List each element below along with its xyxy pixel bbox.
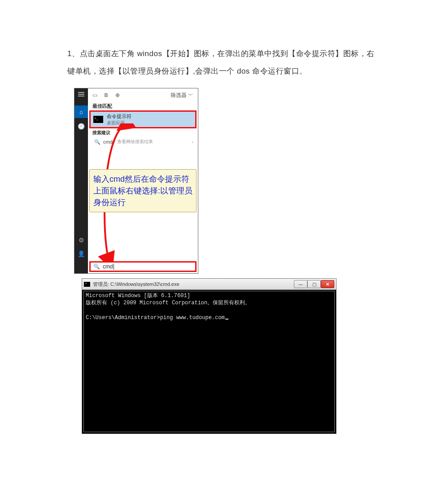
instruction-text: 1、点击桌面左下角 windos【开始】图标，在弹出的菜单中找到【命令提示符】图… — [67, 45, 375, 80]
tab-docs-icon[interactable]: 🗎 — [104, 92, 109, 98]
home-icon[interactable]: ⌂ — [74, 105, 88, 118]
result-text: 命令提示符 桌面应用 — [107, 113, 131, 126]
window-title: 管理员: C:\Windows\system32\cmd.exe — [93, 281, 179, 288]
figure-cmd-window: 管理员: C:\Windows\system32\cmd.exe — ▢ ✕ M… — [82, 278, 337, 434]
search-input[interactable]: 🔍 cmd — [89, 261, 197, 272]
filter-label: 筛选器 — [170, 92, 187, 98]
search-icon: 🔍 — [94, 139, 101, 145]
search-text: cmd — [103, 263, 113, 270]
terminal-cursor — [225, 319, 228, 320]
minimize-button[interactable]: — — [294, 280, 307, 288]
tab-apps-icon[interactable]: ▭ — [92, 92, 97, 98]
text-caret — [114, 264, 114, 270]
maximize-button[interactable]: ▢ — [307, 280, 321, 288]
chevron-right-icon: › — [192, 139, 193, 145]
typed-command: ping www.tudoupe.com — [160, 315, 225, 321]
suggestion-text: cmd — [103, 139, 113, 145]
search-icon: 🔍 — [93, 263, 100, 270]
cmd-icon — [93, 116, 103, 123]
hamburger-icon[interactable] — [74, 88, 88, 100]
result-command-prompt[interactable]: 命令提示符 桌面应用 — [89, 110, 197, 128]
titlebar: 管理员: C:\Windows\system32\cmd.exe — ▢ ✕ — [82, 279, 336, 290]
close-button[interactable]: ✕ — [321, 280, 334, 288]
line2: 版权所有 (c) 2009 Microsoft Corporation。保留所有… — [86, 300, 250, 306]
suggestion-row[interactable]: 🔍 cmd - 查看网络搜索结果 › — [88, 136, 198, 145]
filter-dropdown[interactable]: 筛选器 ﹀ — [170, 92, 193, 99]
result-subtitle: 桌面应用 — [107, 120, 131, 126]
figure-start-menu: ⌂ 🕘 ⚙ 👤 ▭ 🗎 ⊕ 筛选器 ﹀ 最佳匹配 命令提示符 桌面应用 — [74, 88, 198, 274]
prompt: C:\Users\Administrator> — [86, 315, 160, 321]
chevron-down-icon: ﹀ — [188, 92, 193, 98]
search-tabs: ▭ 🗎 ⊕ 筛选器 ﹀ — [88, 88, 198, 102]
annotation-callout: 输入cmd然后在命令提示符上面鼠标右键选择:以管理员身份运行 — [89, 169, 197, 212]
tab-web-icon[interactable]: ⊕ — [115, 92, 120, 98]
settings-icon[interactable]: ⚙ — [74, 234, 88, 246]
section-best-match: 最佳匹配 — [88, 102, 198, 110]
recent-icon[interactable]: 🕘 — [74, 120, 88, 132]
user-icon[interactable]: 👤 — [74, 247, 88, 260]
section-suggestions: 搜索建议 — [88, 128, 198, 136]
result-title: 命令提示符 — [107, 113, 131, 120]
suggestion-hint: - 查看网络搜索结果 — [114, 139, 153, 145]
search-panel: ▭ 🗎 ⊕ 筛选器 ﹀ 最佳匹配 命令提示符 桌面应用 搜索建议 🔍 cmd — [88, 88, 198, 273]
terminal-output[interactable]: Microsoft Windows [版本 6.1.7601] 版权所有 (c)… — [83, 291, 335, 432]
line1: Microsoft Windows [版本 6.1.7601] — [86, 293, 190, 299]
cmd-icon — [84, 282, 90, 287]
